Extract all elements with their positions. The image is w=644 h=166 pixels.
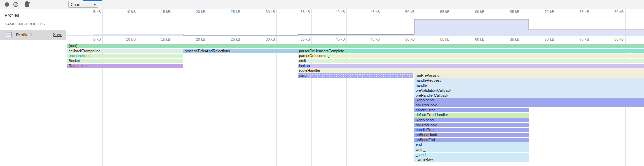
- flame-bar-onconnection[interactable]: onconnection: [67, 54, 183, 58]
- grid-line: [346, 9, 347, 166]
- flame-bar-prehandlercallback[interactable]: preHandlerCallback: [414, 93, 644, 98]
- flame-bar--writeraw[interactable]: _writeRaw: [414, 157, 529, 162]
- ruler-tick-label: 65 kB: [496, 10, 519, 14]
- ruler-tick-label: 35 kB: [287, 10, 310, 14]
- ruler-tick-label: 20 kB: [182, 37, 205, 41]
- clear-icon: [13, 2, 18, 7]
- sidebar-heading: Profiles: [5, 13, 19, 18]
- ruler-tick-label: 45 kB: [356, 37, 380, 41]
- flame-bar-handleerror[interactable]: handleError: [414, 108, 529, 112]
- flame-bar-handleerror[interactable]: handleError: [414, 128, 529, 132]
- flame-bar-reply-send[interactable]: Reply.send: [414, 98, 644, 102]
- ruler-tick-label: 80 kB: [600, 37, 624, 41]
- ruler-tick-label: 30 kB: [252, 37, 275, 41]
- grid-line: [381, 9, 381, 166]
- flame-bar-child[interactable]: child: [298, 73, 413, 78]
- flame-bar-parseronheaderscomplete[interactable]: parserOnHeadersComplete: [298, 49, 644, 53]
- grid-line: [102, 9, 103, 166]
- delete-profile-button[interactable]: [23, 0, 32, 9]
- flame-bar-processticksandrejections[interactable]: processTicksAndRejections: [183, 49, 298, 53]
- profile-icon: [6, 32, 12, 37]
- flame-bar-write-[interactable]: write_: [414, 147, 529, 152]
- ruler-tick-label: 45 kB: [356, 10, 380, 14]
- focus-indicator-strip: [83, 0, 102, 1]
- flame-bar-onsendhook[interactable]: onSendHook: [414, 133, 529, 137]
- ruler-tick-label: 55 kB: [426, 10, 450, 14]
- flame-bar-parseronincoming[interactable]: parserOnIncoming: [298, 54, 644, 58]
- grid-line: [242, 9, 242, 166]
- overview-area-chart[interactable]: [66, 9, 644, 46]
- flame-bar--send[interactable]: _send: [414, 153, 529, 157]
- profiler-panel: Chart ▾ Profiles SAMPLING PROFILES Profi…: [0, 0, 644, 166]
- flame-bar-defaulterrorhandler[interactable]: defaultErrorHandler: [414, 113, 529, 117]
- ruler-tick-label: 70 kB: [531, 37, 554, 41]
- flame-bar-end[interactable]: end: [414, 142, 529, 147]
- ruler-tick-label: 5 kB: [77, 10, 101, 14]
- view-mode-value: Chart: [71, 2, 80, 7]
- ruler-tick-label: 55 kB: [426, 37, 450, 41]
- ruler-border: [66, 14, 644, 14]
- ruler-tick-label: 35 kB: [287, 37, 310, 41]
- record-icon: [5, 2, 9, 7]
- ruler-tick-label: 15 kB: [147, 37, 171, 41]
- ruler-tick-label: 50 kB: [391, 10, 415, 14]
- record-button[interactable]: [2, 0, 11, 9]
- flame-bar-handlerequest[interactable]: handleRequest: [414, 78, 644, 83]
- ruler-tick-label: 65 kB: [496, 37, 519, 41]
- flame-bar-lookup[interactable]: lookup: [298, 64, 644, 68]
- ruler-tick-label: 50 kB: [391, 37, 415, 41]
- grid-line: [137, 9, 137, 166]
- ruler-tick-label: 60 kB: [461, 10, 484, 14]
- grid-line: [276, 9, 277, 166]
- sidebar-section-label: SAMPLING PROFILES: [5, 22, 45, 26]
- flame-bar-onsendend[interactable]: onSendEnd: [414, 138, 529, 142]
- flame-bar--root-[interactable]: (root): [67, 44, 644, 48]
- ruler-tick-label: 75 kB: [566, 10, 589, 14]
- ruler-tick-label: 20 kB: [182, 10, 205, 14]
- toolbar: Chart ▾: [0, 0, 644, 9]
- ruler-tick-label: 60 kB: [461, 37, 484, 41]
- ruler-tick-label: 70 kB: [531, 10, 554, 14]
- flame-bar-runpreparsing[interactable]: runPreParsing: [414, 73, 644, 78]
- grid-line: [172, 9, 172, 166]
- view-mode-select[interactable]: Chart ▾: [68, 1, 98, 8]
- grid-line: [311, 9, 312, 166]
- ruler-tick-label: 5 kB: [77, 37, 101, 41]
- sidebar: Profiles SAMPLING PROFILES Profile 1 Sav…: [0, 9, 66, 166]
- ruler-tick-label: 15 kB: [147, 10, 171, 14]
- flame-bar-socket[interactable]: Socket: [67, 59, 183, 63]
- ruler-tick-label: 25 kB: [217, 37, 240, 41]
- flame-bar-readable-on[interactable]: Readable.on: [67, 64, 183, 68]
- flame-bar-reply-send[interactable]: Reply.send: [414, 118, 529, 122]
- trash-icon: [25, 3, 29, 7]
- flame-bar-prevalidationcallback[interactable]: preValidationCallback: [414, 88, 644, 93]
- save-profile-link[interactable]: Save: [53, 32, 62, 37]
- ruler-tick-label: 40 kB: [321, 10, 345, 14]
- flame-chart-pane: 5 kB10 kB15 kB20 kB25 kB30 kB35 kB40 kB4…: [66, 9, 644, 166]
- profile-name: Profile 1: [16, 32, 32, 37]
- ruler-tick-label: 25 kB: [217, 10, 240, 14]
- ruler-tick-label: 75 kB: [566, 37, 589, 41]
- toolbar-separator: [21, 2, 21, 7]
- sidebar-divider: [0, 20, 66, 20]
- ruler-tick-label: 30 kB: [252, 10, 275, 14]
- flame-bar-onerrorhook[interactable]: onErrorHook: [414, 103, 644, 107]
- chevron-down-icon: ▾: [94, 1, 96, 8]
- zero-marker-line: [76, 9, 76, 36]
- ruler-tick-label: 40 kB: [321, 37, 345, 41]
- flame-bar-emit[interactable]: emit: [298, 59, 644, 63]
- flame-bar-callbacktrampoline[interactable]: callbackTrampoline: [67, 49, 183, 53]
- ruler-tick-label: 10 kB: [112, 10, 136, 14]
- ruler-tick-label: 80 kB: [600, 10, 624, 14]
- flame-bar-onerrorhook[interactable]: onErrorHook: [414, 123, 529, 127]
- sidebar-item-profile-1[interactable]: Profile 1 Save: [0, 30, 66, 40]
- clear-button[interactable]: [11, 0, 20, 9]
- flame-bar-handler[interactable]: handler: [414, 83, 644, 88]
- flame-bar-routehandler[interactable]: routeHandler: [298, 68, 644, 73]
- ruler-tick-label: 10 kB: [112, 37, 136, 41]
- grid-line: [207, 9, 207, 166]
